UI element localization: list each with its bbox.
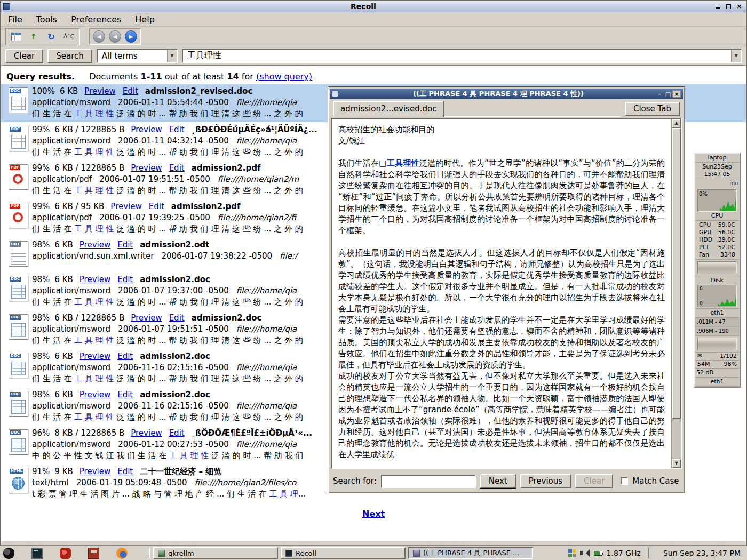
doc-file-icon: DOC [5, 429, 32, 458]
find-next-button[interactable]: Next [480, 474, 516, 488]
close-button[interactable]: × [735, 3, 744, 11]
results-count-text: out of at least [165, 71, 225, 82]
preview-link[interactable]: Preview [131, 313, 162, 323]
match-case-checkbox[interactable] [621, 477, 628, 485]
find-previous-button[interactable]: Previous [520, 474, 571, 488]
task-button[interactable]: ((工 PHRASE 4 具 PHRASE ... [408, 547, 533, 559]
scroll-up-icon[interactable]: ▲ [672, 119, 681, 128]
battery-icon[interactable] [594, 551, 602, 556]
snippet-text: 们 生 活 在 [32, 224, 74, 234]
search-bar: Clear Search All terms ▼ 工具理性 ▼ [1, 47, 746, 65]
preview-icon [413, 550, 420, 557]
keyboard-layout-icon[interactable] [568, 549, 578, 557]
find-clear-button: Clear [575, 474, 613, 488]
firefox-launcher-icon[interactable] [116, 548, 128, 559]
close-tab-button[interactable]: Close Tab [625, 102, 680, 116]
chevron-down-icon[interactable]: ▼ [731, 50, 741, 62]
snippet-text: 们 生 活 在 [32, 335, 74, 345]
scrollbar-track[interactable] [672, 128, 681, 459]
edit-link[interactable]: Edit [169, 313, 185, 323]
app-launcher-icon[interactable] [60, 548, 71, 559]
task-button[interactable]: gkrellm [153, 547, 278, 559]
menu-tools[interactable]: Tools [35, 14, 59, 25]
sensor-row: Fan3348 [696, 251, 738, 259]
result-mimetype: application/msword [32, 439, 110, 449]
edit-link[interactable]: Edit [123, 86, 138, 96]
reload-icon: ↻ [47, 31, 55, 42]
preview-link[interactable]: Preview [80, 390, 110, 399]
result-date: 2006-01-07 19:51:51 -0500 [99, 174, 210, 184]
search-button[interactable]: Search [47, 49, 92, 63]
preview-minimize-button[interactable]: – [655, 90, 664, 98]
result-date: 2006-01-07 19:38:22 -0500 [161, 251, 272, 261]
sensor-row: HDD39.0C [696, 236, 738, 244]
next-page-button[interactable]: ▶ [125, 30, 137, 43]
terminal-launcher-icon[interactable] [31, 548, 43, 559]
scrollbar-thumb[interactable] [672, 128, 681, 419]
term-explorer-button[interactable]: ÂˆÇ [62, 30, 76, 43]
clear-button[interactable]: Clear [5, 49, 43, 63]
result-date: 2006-01-12 00:27:53 -0500 [118, 439, 229, 449]
titlebar[interactable]: Recoll × [1, 1, 746, 12]
preview-link[interactable]: Preview [84, 86, 115, 96]
preview-paragraph: 成功的校友对于公立大学当然有益无害，但不像对私立大学那么至关重要。但是选入未来社… [338, 371, 665, 460]
task-button[interactable]: Recoll [281, 547, 406, 559]
table-view-button[interactable] [9, 30, 23, 43]
preview-titlebar[interactable]: ((工 PHRASE 4 具 PHRASE 4 理 PHRASE 4 性)) –… [330, 89, 683, 99]
preview-scrollbar[interactable]: ▲ ▼ [671, 119, 681, 468]
preview-link[interactable]: Preview [110, 202, 141, 211]
menu-preferences[interactable]: Preferences [69, 14, 123, 25]
sort-button[interactable]: ↑ [27, 30, 41, 43]
edit-link[interactable]: Edit [169, 163, 185, 173]
window-menu-icon[interactable] [3, 548, 14, 559]
menu-help[interactable]: Help [133, 14, 156, 25]
preview-link[interactable]: Preview [80, 467, 110, 476]
edit-link[interactable]: Edit [117, 351, 133, 361]
edit-link[interactable]: Edit [117, 240, 133, 250]
maximize-button[interactable] [724, 3, 733, 11]
snippet-text: 们 生 活 在 [32, 297, 74, 307]
result-size: 8 KB / 1228865 B [54, 428, 124, 438]
result-filename: admission2.doc [140, 351, 210, 361]
preview-link[interactable]: Preview [131, 163, 162, 173]
preview-tab[interactable]: admission2...evised.doc [333, 101, 444, 117]
prev-page-button[interactable]: ◀ [109, 30, 121, 43]
chevron-down-icon[interactable]: ▼ [167, 50, 177, 62]
gk-mail-count: 1/192 [720, 353, 737, 360]
preview-link[interactable]: Preview [131, 428, 162, 438]
find-input[interactable] [381, 475, 476, 488]
gk-cpu-label: CPU [696, 212, 738, 220]
mail-icon: ✉ [697, 353, 702, 360]
edit-link[interactable]: Edit [117, 467, 133, 476]
scroll-down-icon[interactable]: ▼ [672, 459, 681, 468]
volume-icon[interactable] [582, 549, 590, 557]
preview-link[interactable]: Preview [131, 125, 162, 134]
result-mimetype: application/msword [32, 98, 110, 107]
preview-close-button[interactable]: × [672, 90, 681, 98]
file-type-badge: DOC [10, 277, 21, 282]
terminal-icon [285, 550, 292, 557]
search-mode-select[interactable]: All terms ▼ [97, 49, 178, 63]
menu-file[interactable]: File [6, 14, 24, 25]
sensor-label: Fan [699, 251, 709, 259]
query-input[interactable]: 工具理性 ▼ [182, 49, 742, 63]
edit-link[interactable]: Edit [117, 275, 133, 284]
gk-mail: ✉ 1/192 [695, 353, 740, 361]
minimize-button[interactable] [713, 3, 722, 11]
edit-link[interactable]: Edit [169, 125, 185, 134]
preview-app-icon [332, 91, 338, 97]
update-index-button[interactable]: ↻ [44, 30, 58, 43]
edit-link[interactable]: Edit [149, 202, 164, 211]
preview-link[interactable]: Preview [80, 351, 110, 361]
preview-link[interactable]: Preview [80, 275, 110, 284]
next-results-page-link[interactable]: Next [362, 509, 385, 519]
edit-link[interactable]: Edit [117, 390, 133, 399]
preview-maximize-button[interactable]: □ [664, 90, 672, 98]
first-page-button[interactable]: ◀ [93, 30, 105, 43]
edit-link[interactable]: Edit [169, 428, 185, 438]
preview-link[interactable]: Preview [80, 240, 110, 250]
result-size: 6 KB [54, 240, 73, 250]
result-url: file:///home/qia [236, 401, 297, 411]
editor-launcher-icon[interactable] [88, 548, 99, 559]
show-query-link[interactable]: (show query) [256, 71, 312, 82]
